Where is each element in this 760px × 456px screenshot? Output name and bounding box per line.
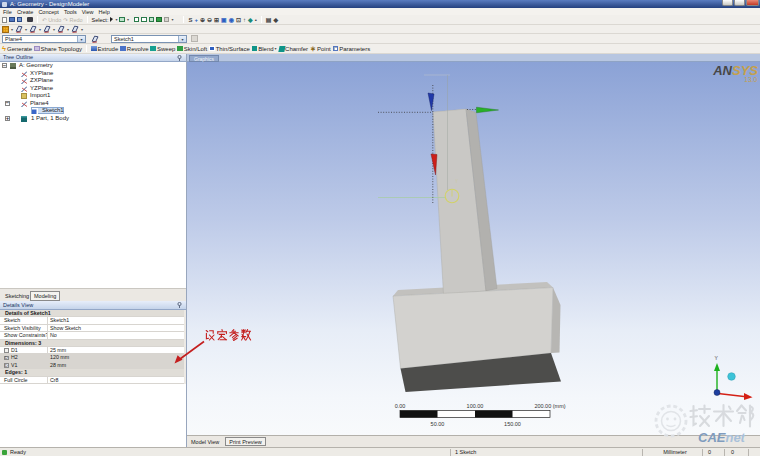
misc-icon-1[interactable]: ▤	[266, 16, 272, 23]
close-button[interactable]	[746, 0, 759, 6]
tree-item-yzplane[interactable]: YZPlane	[0, 85, 186, 93]
menu-tools[interactable]: Tools	[64, 9, 77, 15]
revolve-button[interactable]: Revolve	[120, 46, 148, 52]
status-info: 1 Sketch	[455, 448, 476, 456]
dim-checkbox[interactable]	[4, 348, 9, 353]
details-row-fullcircle[interactable]: Full CircleCr8	[0, 377, 184, 384]
expand-icon[interactable]: +	[5, 116, 10, 121]
menu-file[interactable]: File	[3, 9, 12, 15]
pin-icon[interactable]	[177, 302, 182, 308]
chamfer-button[interactable]: Chamfer	[279, 46, 309, 52]
magnifier-icon[interactable]: ◉	[229, 16, 234, 23]
point-button[interactable]: ∗Point	[310, 46, 331, 52]
new-plane-icon[interactable]	[91, 35, 99, 43]
filter-vertex-icon[interactable]	[134, 17, 140, 23]
image-capture-icon[interactable]	[27, 17, 33, 22]
new-sketch-icon[interactable]	[191, 35, 198, 42]
collapse-icon[interactable]: −	[2, 63, 7, 68]
collapse-icon[interactable]: −	[5, 101, 10, 106]
tab-model-view[interactable]: Model View	[191, 439, 219, 445]
details-row-v1[interactable]: DV128 mm	[0, 362, 184, 369]
zoom-out-icon[interactable]: ⊖	[207, 16, 212, 23]
dim-driven-box[interactable]: D	[4, 363, 9, 368]
graphics-tab[interactable]: Graphics	[189, 55, 219, 62]
look-at-icon[interactable]: ◆	[248, 16, 253, 23]
plane-icon	[21, 101, 27, 107]
tree-item-part-body[interactable]: + 1 Part, 1 Body	[0, 115, 186, 123]
plane-axis-icon-2[interactable]	[29, 25, 37, 33]
save-icon[interactable]	[9, 17, 15, 23]
maximize-button[interactable]	[734, 0, 745, 6]
tab-print-preview[interactable]: Print Preview	[225, 437, 265, 446]
details-row-visibility[interactable]: Sketch VisibilityShow Sketch	[0, 325, 184, 332]
filter-extend-icon[interactable]	[164, 17, 170, 23]
status-units: Millimeter	[650, 448, 700, 456]
tree-item-plane4[interactable]: − Plane4	[0, 100, 186, 108]
undo-button[interactable]: ↶ Undo	[42, 17, 61, 23]
redo-button[interactable]: ↷ Redo	[63, 17, 82, 23]
menu-help[interactable]: Help	[99, 9, 110, 15]
pan-icon[interactable]: +	[194, 17, 198, 23]
tab-sketching[interactable]: Sketching	[2, 292, 32, 302]
box-zoom-icon[interactable]: ⊞	[214, 16, 219, 23]
triad-origin-ball	[714, 390, 720, 396]
dot-icon: •	[255, 17, 257, 23]
tree-item-sketch1[interactable]: Sketch1	[0, 107, 186, 115]
minimize-button[interactable]	[722, 0, 733, 6]
tree-item-zxplane[interactable]: ZXPlane	[0, 77, 186, 85]
details-row-d1[interactable]: D125 mm	[0, 347, 184, 354]
extrude-button[interactable]: Extrude	[91, 46, 118, 52]
tree-item-xyplane[interactable]: XYPlane	[0, 70, 186, 78]
box-select-icon[interactable]	[119, 17, 125, 23]
ruler-label: 100.00	[467, 403, 484, 409]
menu-view[interactable]: View	[82, 9, 94, 15]
misc-icon-2[interactable]: ◆	[273, 16, 278, 23]
sweep-icon	[150, 46, 156, 52]
ruler-label: 150.00	[504, 421, 521, 427]
zoom-in-icon[interactable]: ⊕	[200, 16, 205, 23]
grid-icon[interactable]	[2, 26, 9, 33]
dim-driven-box[interactable]: D	[4, 356, 9, 361]
generate-button[interactable]: ϟGenerate	[2, 46, 32, 52]
menu-concept[interactable]: Concept	[38, 9, 59, 15]
new-icon[interactable]	[2, 17, 7, 23]
plane-axis-icon-1[interactable]	[15, 25, 23, 33]
skinloft-button[interactable]: Skin/Loft	[177, 46, 207, 52]
import-icon	[21, 93, 27, 99]
rotate-icon[interactable]: S	[188, 17, 192, 23]
filter-edge-icon[interactable]	[141, 17, 147, 23]
plane-axis-icon-3[interactable]	[43, 25, 51, 33]
pin-icon[interactable]	[177, 55, 182, 61]
parameters-icon	[333, 46, 339, 52]
tree-item-import1[interactable]: Import1	[0, 92, 186, 100]
previous-view-icon[interactable]: ⊡	[236, 16, 241, 23]
zoom-fit-icon[interactable]: ▣	[221, 16, 227, 23]
details-row-h2[interactable]: DH2120 mm	[0, 354, 184, 361]
share-topology-button[interactable]: Share Topology	[34, 46, 82, 52]
sketch-icon	[32, 108, 38, 114]
plane-combo[interactable]: Plane4▾	[2, 35, 86, 43]
svg-text:Y: Y	[455, 179, 458, 184]
menu-create[interactable]: Create	[17, 9, 34, 15]
blend-button[interactable]: Blend▾	[252, 46, 277, 52]
graphics-viewport[interactable]: Y 0.00 100.00 200.00 (mm) 50.00 150.00 Y…	[187, 62, 760, 435]
filter-body-icon[interactable]	[156, 17, 162, 23]
parameters-button[interactable]: Parameters	[333, 46, 371, 52]
tree-item-geometry[interactable]: − A: Geometry	[0, 62, 186, 70]
filter-face-icon[interactable]	[149, 17, 155, 23]
thinsurface-button[interactable]: Thin/Surface	[209, 46, 250, 52]
details-group-row: Dimensions: 3	[0, 340, 184, 347]
isometric-icon[interactable]: ↑	[243, 17, 246, 23]
plane-axis-icon-5[interactable]	[71, 25, 79, 33]
select-mode-icon[interactable]	[110, 17, 113, 22]
save-as-icon[interactable]	[17, 17, 23, 23]
sweep-button[interactable]: Sweep	[150, 46, 175, 52]
svg-text:13.0: 13.0	[744, 76, 757, 83]
tree-outline-header: Tree Outline	[0, 54, 186, 62]
details-row-constraints[interactable]: Show Constraints?No	[0, 332, 184, 339]
details-row-sketch[interactable]: SketchSketch1	[0, 317, 184, 324]
plane-axis-icon-4[interactable]	[57, 25, 65, 33]
tab-modeling[interactable]: Modeling	[30, 291, 60, 301]
app-window: A: Geometry - DesignModeler File Create …	[0, 0, 760, 456]
sketch-combo[interactable]: Sketch1▾	[111, 35, 187, 43]
